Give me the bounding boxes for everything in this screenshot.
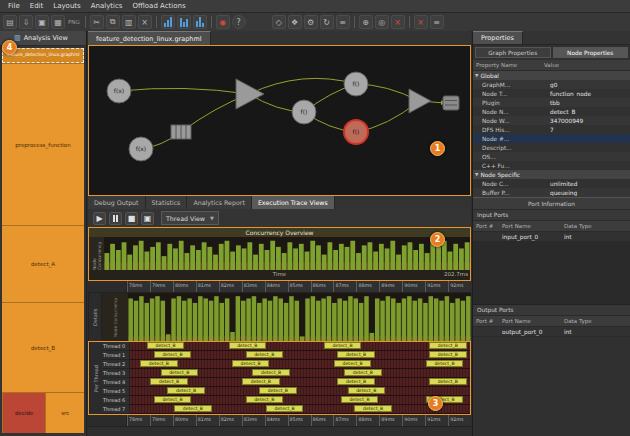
task-marker[interactable]: detect_B bbox=[161, 369, 198, 376]
task-marker[interactable]: detect_B bbox=[232, 360, 269, 367]
toolbar-delete-icon[interactable]: × bbox=[138, 15, 152, 29]
toolbar-menu-more-icon[interactable]: ≡ bbox=[430, 15, 444, 29]
thread-track[interactable]: detect_Bdetect_Bdetect_Bdetect_B bbox=[130, 378, 470, 387]
toolbar-copy-icon[interactable]: ⧉ bbox=[106, 15, 120, 29]
menu-layouts[interactable]: Layouts bbox=[48, 2, 85, 10]
graph-canvas[interactable]: f(x)f(x)f()f()f() bbox=[88, 45, 471, 196]
graph-node-fn3[interactable]: f() bbox=[344, 120, 368, 144]
toolbar-bar-chart-icon[interactable] bbox=[161, 15, 175, 29]
toolbar-export-png-icon[interactable]: ▦ bbox=[51, 15, 65, 29]
toolbar-close-red-icon[interactable]: × bbox=[414, 15, 428, 29]
task-marker[interactable]: detect_B bbox=[324, 342, 361, 349]
toolbar-refresh-icon[interactable]: ↻ bbox=[320, 15, 334, 29]
task-marker[interactable]: detect_B bbox=[252, 369, 289, 376]
prop-row-8[interactable]: Descript... bbox=[473, 143, 630, 152]
task-marker[interactable]: detect_B bbox=[259, 387, 296, 394]
overview-chart[interactable] bbox=[104, 237, 470, 270]
toolbar-help-icon[interactable]: ? bbox=[232, 15, 246, 29]
port-row[interactable]: input_port_0int bbox=[473, 232, 630, 242]
thread-track[interactable]: detect_Bdetect_Bdetect_B bbox=[130, 387, 470, 396]
pause-button[interactable] bbox=[109, 212, 122, 225]
play-button[interactable]: ▶ bbox=[93, 212, 106, 225]
prop-row-10[interactable]: C++ Fu... bbox=[473, 161, 630, 170]
tab-execution-trace-views[interactable]: Execution Trace Views bbox=[252, 196, 335, 209]
graph-node-fn1[interactable]: f() bbox=[292, 100, 316, 124]
view-selector[interactable]: Thread View ▼ bbox=[161, 211, 219, 225]
toolbar-topology-icon[interactable]: ❖ bbox=[288, 15, 302, 29]
task-marker[interactable]: detect_B bbox=[140, 360, 177, 367]
toolbar-save-icon[interactable]: ▣ bbox=[35, 15, 49, 29]
task-marker[interactable]: detect_B bbox=[426, 360, 463, 367]
thread-track[interactable]: detect_Bdetect_Bdetect_Bdetect_B bbox=[130, 351, 470, 360]
prop-group-11[interactable]: ▼Node Specific bbox=[473, 170, 630, 179]
toolbar-column-chart-icon[interactable] bbox=[177, 15, 191, 29]
prop-row-12[interactable]: Node C...unlimited bbox=[473, 179, 630, 188]
task-marker[interactable]: detect_B bbox=[266, 405, 303, 412]
toolbar-clear-icon[interactable]: × bbox=[391, 15, 405, 29]
task-marker[interactable]: detect_B bbox=[429, 342, 466, 349]
treemap-block-detect_A[interactable]: detect_A bbox=[2, 225, 84, 302]
tab-statistics[interactable]: Statistics bbox=[146, 196, 188, 209]
stop-button[interactable]: ■ bbox=[125, 212, 138, 225]
prop-row-4[interactable]: Node N...detect_B bbox=[473, 107, 630, 116]
graph-node-fn2[interactable]: f() bbox=[344, 72, 368, 96]
tab-graphml-document[interactable]: feature_detection_linux.graphml bbox=[88, 31, 211, 45]
prop-row-6[interactable]: DFS His...7 bbox=[473, 125, 630, 134]
thread-track[interactable]: detect_Bdetect_Bdetect_Bdetect_B bbox=[130, 360, 470, 369]
toolbar-zoom-in-icon[interactable]: ⊕ bbox=[359, 15, 373, 29]
task-marker[interactable]: detect_B bbox=[348, 387, 385, 394]
graph-node-bc1[interactable] bbox=[236, 79, 264, 109]
tab-properties[interactable]: Properties bbox=[473, 31, 523, 44]
graph-node-bc2[interactable] bbox=[409, 89, 431, 113]
toolbar-cut-icon[interactable]: ✂ bbox=[90, 15, 104, 29]
menu-file[interactable]: File bbox=[3, 2, 25, 10]
graph-node-src2[interactable]: f(x) bbox=[129, 137, 153, 161]
collapse-arrow-icon[interactable]: ▼ bbox=[475, 172, 478, 177]
toolbar-open-icon[interactable]: ▤ bbox=[3, 15, 17, 29]
task-marker[interactable]: detect_B bbox=[174, 405, 211, 412]
task-marker[interactable]: detect_B bbox=[344, 369, 381, 376]
toolbar-search-icon[interactable]: ◎ bbox=[375, 15, 389, 29]
collapse-arrow-icon[interactable]: ▼ bbox=[475, 73, 478, 78]
treemap-block-src[interactable]: src bbox=[45, 393, 84, 433]
thread-track[interactable]: detect_Bdetect_Bdetect_Bdetect_B bbox=[130, 396, 470, 405]
task-marker[interactable]: detect_B bbox=[337, 351, 374, 358]
graph-node-buf[interactable] bbox=[171, 125, 191, 139]
treemap-block-detect_B[interactable]: detect_B bbox=[2, 302, 84, 392]
details-chart[interactable] bbox=[128, 293, 471, 341]
menu-analytics[interactable]: Analytics bbox=[86, 2, 128, 10]
task-marker[interactable]: detect_B bbox=[429, 378, 466, 385]
prop-row-3[interactable]: Plugintbb bbox=[473, 98, 630, 107]
prop-row-2[interactable]: Node T...function_node bbox=[473, 89, 630, 98]
thread-track[interactable]: detect_Bdetect_Bdetect_B bbox=[130, 369, 470, 378]
tab-debug-output[interactable]: Debug Output bbox=[88, 196, 146, 209]
task-marker[interactable]: detect_B bbox=[167, 387, 204, 394]
treemap-block-preprocess_function[interactable]: preprocess_function bbox=[2, 63, 84, 225]
task-marker[interactable]: detect_B bbox=[147, 342, 184, 349]
task-marker[interactable]: detect_B bbox=[334, 360, 371, 367]
prop-group-0[interactable]: ▼Global bbox=[473, 71, 630, 80]
menu-edit[interactable]: Edit bbox=[25, 2, 49, 10]
task-marker[interactable]: detect_B bbox=[242, 378, 279, 385]
snapshot-button[interactable]: ▣ bbox=[141, 212, 154, 225]
task-marker[interactable]: detect_B bbox=[246, 351, 283, 358]
task-marker[interactable]: detect_B bbox=[429, 351, 466, 358]
task-marker[interactable]: detect_B bbox=[246, 396, 283, 403]
prop-row-1[interactable]: GraphM...g0 bbox=[473, 80, 630, 89]
prop-row-5[interactable]: Node W...347000949 bbox=[473, 116, 630, 125]
toolbar-layout-icon[interactable]: ◇ bbox=[272, 15, 286, 29]
graph-node-src1[interactable]: f(x) bbox=[107, 79, 131, 103]
prop-row-7[interactable]: Node #... bbox=[473, 134, 630, 143]
toolbar-import-icon[interactable]: ⇩ bbox=[19, 15, 33, 29]
task-marker[interactable]: detect_B bbox=[150, 378, 187, 385]
toolbar-list-icon[interactable]: ≡ bbox=[336, 15, 350, 29]
thread-track[interactable]: detect_Bdetect_Bdetect_Bdetect_B bbox=[130, 342, 470, 351]
menu-offload-actions[interactable]: Offload Actions bbox=[128, 2, 191, 10]
prop-row-9[interactable]: OS... bbox=[473, 152, 630, 161]
toolbar-settings-icon[interactable]: ⚙ bbox=[304, 15, 318, 29]
toolbar-histogram-icon[interactable] bbox=[193, 15, 207, 29]
task-marker[interactable]: detect_B bbox=[229, 342, 266, 349]
task-marker[interactable]: detect_B bbox=[154, 351, 191, 358]
subtab-node-properties[interactable]: Node Properties bbox=[553, 47, 629, 58]
treemap-block-decide[interactable]: decide bbox=[2, 393, 45, 433]
